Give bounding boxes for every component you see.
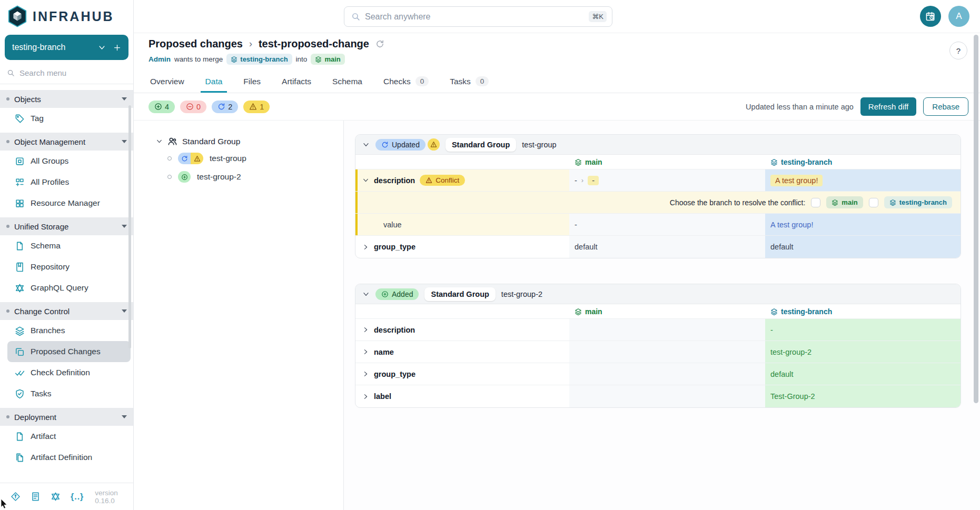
nav-group-objects[interactable]: Objects xyxy=(0,90,133,108)
sidebar-item-artifact-definition[interactable]: Artifact Definition xyxy=(0,447,133,468)
status-badge-added: Added xyxy=(375,288,419,300)
chevron-right-icon[interactable] xyxy=(362,348,369,355)
diff-card-test-group: Updated Standard Group test-group main xyxy=(355,134,961,258)
tasks-calendar-button[interactable] xyxy=(920,6,941,27)
property-name: name xyxy=(374,348,394,356)
window-scrollbar[interactable] xyxy=(974,35,978,403)
tab-data[interactable]: Data xyxy=(196,70,232,93)
tag-icon xyxy=(15,114,25,124)
tab-overview[interactable]: Overview xyxy=(141,70,193,93)
nav-group-deployment[interactable]: Deployment xyxy=(0,408,133,426)
layers-icon xyxy=(770,158,778,166)
branch-value-cell: default xyxy=(765,363,961,385)
refresh-icon[interactable] xyxy=(375,39,384,48)
resolve-branch-pill[interactable]: testing-branch xyxy=(884,196,952,208)
sidebar-item-schema[interactable]: Schema xyxy=(0,235,133,256)
last-updated-text: Updated less than a minute ago xyxy=(746,103,854,111)
menu-search-input[interactable] xyxy=(19,68,104,77)
docs-icon[interactable] xyxy=(31,492,41,502)
sidebar-item-resource-manager[interactable]: Resource Manager xyxy=(0,193,133,214)
sidebar-item-check-definition[interactable]: Check Definition xyxy=(0,362,133,383)
status-badge-updated: Updated xyxy=(375,139,425,151)
nav-group-change-control[interactable]: Change Control xyxy=(0,302,133,320)
create-branch-button[interactable] xyxy=(113,44,121,52)
conflict-mini-badge xyxy=(191,153,203,164)
sidebar-item-repository[interactable]: Repository xyxy=(0,256,133,277)
git-icon[interactable] xyxy=(11,492,21,502)
breadcrumb-separator: › xyxy=(249,38,252,49)
sidebar: INFRAHUB testing-branch Objects Tag O xyxy=(0,0,134,510)
chevron-down-icon[interactable] xyxy=(362,291,370,298)
nav-group-object-management[interactable]: Object Management xyxy=(0,133,133,151)
diff-card-header[interactable]: Added Standard Group test-group-2 xyxy=(355,284,961,304)
sidebar-item-artifact[interactable]: Artifact xyxy=(0,426,133,447)
added-mini-badge xyxy=(178,171,191,183)
sidebar-item-tasks[interactable]: Tasks xyxy=(0,383,133,404)
branch-value-cell: Test-Group-2 xyxy=(765,385,961,407)
updated-mini-badge xyxy=(178,153,191,164)
diff-column-headers: main testing-branch xyxy=(355,304,961,319)
branch-value-cell: A test group! xyxy=(765,214,961,235)
nav-group-unified-storage[interactable]: Unified Storage xyxy=(0,217,133,235)
rebase-button[interactable]: Rebase xyxy=(923,97,968,116)
chevron-right-icon[interactable] xyxy=(362,393,369,400)
logo[interactable]: INFRAHUB xyxy=(0,0,133,29)
refresh-diff-button[interactable]: Refresh diff xyxy=(860,97,916,116)
branch-selector[interactable]: testing-branch xyxy=(5,35,128,60)
tree-children: test-group test-group-2 xyxy=(167,153,343,183)
sidebar-item-proposed-changes[interactable]: Proposed Changes xyxy=(7,341,131,362)
sidebar-item-tag[interactable]: Tag xyxy=(0,108,133,129)
calendar-clock-icon xyxy=(925,11,936,22)
global-search: ⌘K xyxy=(344,6,612,27)
mouse-cursor xyxy=(1,499,8,509)
graphql-sandbox-icon[interactable] xyxy=(51,492,61,502)
diff-card-header[interactable]: Updated Standard Group test-group xyxy=(355,135,961,155)
resolve-branch-checkbox[interactable] xyxy=(869,198,878,207)
menu-search xyxy=(0,62,133,84)
help-button[interactable]: ? xyxy=(949,42,967,59)
layers-icon xyxy=(770,308,778,315)
source-branch-badge: testing-branch xyxy=(226,54,292,65)
sidebar-item-all-profiles[interactable]: All Profiles xyxy=(0,172,133,193)
global-search-input[interactable] xyxy=(365,12,584,22)
chevron-right-icon[interactable] xyxy=(362,371,369,377)
resolve-main-pill[interactable]: main xyxy=(826,196,863,208)
sidebar-item-branches[interactable]: Branches xyxy=(0,320,133,341)
collapse-caret-icon xyxy=(122,309,127,313)
sidebar-item-all-groups[interactable]: All Groups xyxy=(0,151,133,172)
tree-node-test-group[interactable]: test-group xyxy=(167,153,343,164)
resolve-main-checkbox[interactable] xyxy=(811,198,820,207)
avatar[interactable]: A xyxy=(948,6,969,27)
tree-node-standard-group[interactable]: Standard Group xyxy=(156,136,343,146)
chevron-right-icon[interactable] xyxy=(362,326,369,333)
tree-node-test-group-2[interactable]: test-group-2 xyxy=(167,171,343,183)
search-icon xyxy=(351,12,360,21)
collapse-caret-icon xyxy=(122,415,127,418)
layers-icon xyxy=(575,308,582,315)
sidebar-item-graphql-query[interactable]: GraphQL Query xyxy=(0,277,133,298)
bullet-icon xyxy=(6,97,9,101)
tab-schema[interactable]: Schema xyxy=(323,70,371,93)
sidebar-scrollbar[interactable] xyxy=(128,105,131,348)
breadcrumb-proposed-changes[interactable]: Proposed changes xyxy=(149,38,243,50)
tab-tasks[interactable]: Tasks 0 xyxy=(441,70,498,93)
plus-circle-icon xyxy=(154,103,162,111)
artifact-file-icon xyxy=(15,432,25,442)
sidebar-nav: Objects Tag Object Management All Groups… xyxy=(0,84,133,483)
warning-icon xyxy=(249,103,257,111)
branch-selector-label: testing-branch xyxy=(12,43,98,52)
main-area: ⌘K A Proposed changes › test-proposed-ch… xyxy=(134,0,980,510)
chevron-down-icon[interactable] xyxy=(362,177,369,184)
main-value-cell: - › - xyxy=(569,169,765,191)
swagger-icon[interactable]: {..} xyxy=(71,492,84,502)
collapse-caret-icon xyxy=(122,97,127,101)
tab-artifacts[interactable]: Artifacts xyxy=(273,70,320,93)
chevron-right-icon[interactable] xyxy=(362,244,369,251)
proposed-changes-icon xyxy=(15,347,25,357)
removed-count-badge: 0 xyxy=(180,101,206,113)
tab-files[interactable]: Files xyxy=(234,70,270,93)
chevron-down-icon[interactable] xyxy=(362,141,370,148)
tab-checks[interactable]: Checks 0 xyxy=(374,70,438,93)
plus-circle-icon xyxy=(181,174,188,181)
main-value-cell xyxy=(569,363,765,385)
